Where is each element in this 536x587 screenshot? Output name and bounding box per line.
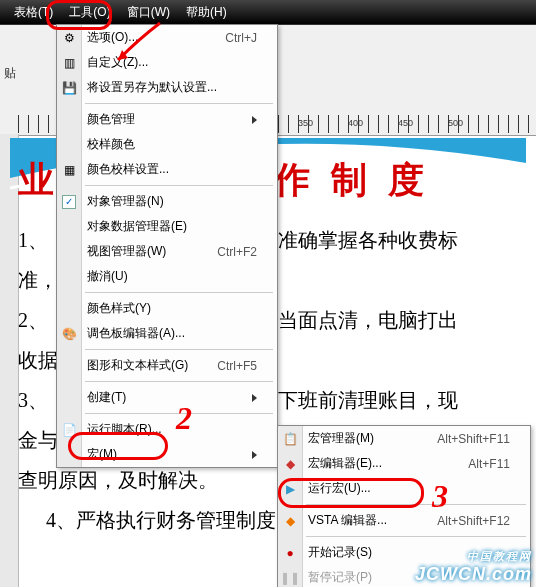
menu-help[interactable]: 帮助(H) xyxy=(178,2,235,23)
palette-icon: 🎨 xyxy=(61,326,77,342)
menu-obj-data-mgr[interactable]: 对象数据管理器(E) xyxy=(57,214,277,239)
doc-title: 作 制 度 xyxy=(274,160,430,200)
separator xyxy=(85,413,273,414)
shortcut: Ctrl+J xyxy=(225,31,257,45)
submenu-vsta-editor[interactable]: ◆ VSTA 编辑器...Alt+Shift+F12 xyxy=(278,508,530,533)
menu-options[interactable]: ⚙ 选项(O)...Ctrl+J xyxy=(57,25,277,50)
ruler-tick: 500 xyxy=(448,118,463,128)
chevron-right-icon xyxy=(252,451,257,459)
editor-icon: ◆ xyxy=(282,456,298,472)
shortcut: Alt+Shift+F11 xyxy=(437,432,510,446)
menu-view-mgr[interactable]: 视图管理器(W)Ctrl+F2 xyxy=(57,239,277,264)
submenu-macro-editor[interactable]: ◆ 宏编辑器(E)...Alt+F11 xyxy=(278,451,530,476)
chevron-right-icon xyxy=(252,394,257,402)
doc-line: 准确掌握各种收费标 xyxy=(278,220,530,260)
separator xyxy=(85,185,273,186)
separator xyxy=(85,349,273,350)
separator xyxy=(85,103,273,104)
ruler-tick: 350 xyxy=(298,118,313,128)
ruler-tick: 450 xyxy=(398,118,413,128)
separator xyxy=(306,536,526,537)
macro-mgr-icon: 📋 xyxy=(282,431,298,447)
checkbox-icon: ✓ xyxy=(61,194,77,210)
script-icon: 📄 xyxy=(61,422,77,438)
paste-fragment: 贴 xyxy=(4,65,16,82)
record-icon: ● xyxy=(282,545,298,561)
shortcut: Ctrl+F2 xyxy=(217,245,257,259)
menu-table[interactable]: 表格(T) xyxy=(6,2,61,23)
menu-window[interactable]: 窗口(W) xyxy=(119,2,178,23)
menu-save-default[interactable]: 💾 将设置另存为默认设置... xyxy=(57,75,277,100)
menu-undo[interactable]: 撤消(U) xyxy=(57,264,277,289)
menu-proof-color[interactable]: 校样颜色 xyxy=(57,132,277,157)
separator xyxy=(85,292,273,293)
doc-title-left: 业 xyxy=(18,160,60,200)
left-gutter xyxy=(0,134,19,587)
menu-proof-color-setting[interactable]: ▦ 颜色校样设置... xyxy=(57,157,277,182)
menu-text-style[interactable]: 图形和文本样式(G)Ctrl+F5 xyxy=(57,353,277,378)
vsta-icon: ◆ xyxy=(282,513,298,529)
menu-macro[interactable]: 宏(M) xyxy=(57,442,277,467)
menubar: 表格(T) 工具(O) 窗口(W) 帮助(H) xyxy=(0,0,536,25)
menu-create[interactable]: 创建(T) xyxy=(57,385,277,410)
play-icon: ▶ xyxy=(282,481,298,497)
shortcut: Alt+F11 xyxy=(468,457,510,471)
shortcut: Ctrl+F5 xyxy=(217,359,257,373)
submenu-run-macro[interactable]: ▶ 运行宏(U)... xyxy=(278,476,530,501)
menu-color-mgmt[interactable]: 颜色管理 xyxy=(57,107,277,132)
separator xyxy=(306,504,526,505)
submenu-macro-mgr[interactable]: 📋 宏管理器(M)Alt+Shift+F11 xyxy=(278,426,530,451)
doc-line: 下班前清理账目，现 xyxy=(278,380,530,420)
save-icon: 💾 xyxy=(61,80,77,96)
ruler-tick: 400 xyxy=(348,118,363,128)
menu-obj-mgr[interactable]: ✓ 对象管理器(N) xyxy=(57,189,277,214)
watermark: 中国教程网 JCWCN.com xyxy=(415,549,532,585)
tools-dropdown: ⚙ 选项(O)...Ctrl+J ▥ 自定义(Z)... 💾 将设置另存为默认设… xyxy=(56,24,278,468)
menu-color-style[interactable]: 颜色样式(Y) xyxy=(57,296,277,321)
menu-run-script[interactable]: 📄 运行脚本(R)... xyxy=(57,417,277,442)
separator xyxy=(85,381,273,382)
gear-icon: ⚙ xyxy=(61,30,77,46)
shortcut: Alt+Shift+F12 xyxy=(437,514,510,528)
menu-customize[interactable]: ▥ 自定义(Z)... xyxy=(57,50,277,75)
layout-icon: ▥ xyxy=(61,55,77,71)
menu-palette-editor[interactable]: 🎨 调色板编辑器(A)... xyxy=(57,321,277,346)
doc-line: 当面点清，电脑打出 xyxy=(278,300,530,340)
menu-tools[interactable]: 工具(O) xyxy=(61,2,118,23)
chevron-right-icon xyxy=(252,116,257,124)
swatch-icon: ▦ xyxy=(61,162,77,178)
pause-icon: ❚❚ xyxy=(282,570,298,586)
